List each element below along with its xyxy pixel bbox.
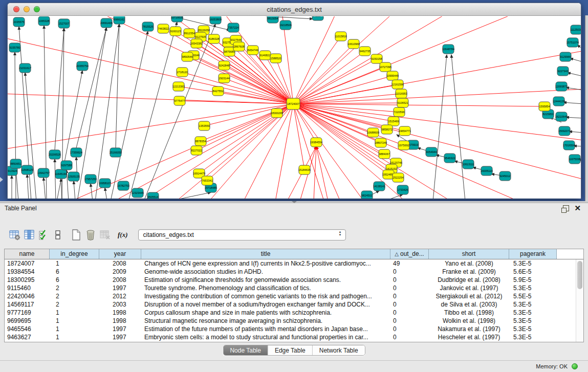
graph-node[interactable]: 9054944	[426, 147, 437, 157]
table-cell[interactable]: Changes of HCN gene expression and I(f) …	[141, 259, 390, 268]
graph-node[interactable]: 16958107	[99, 179, 111, 188]
function-builder-fx-icon[interactable]: f(x)	[118, 231, 128, 239]
table-cell[interactable]: 5.9E-5	[509, 276, 557, 284]
graph-node[interactable]: 12505135	[68, 172, 80, 181]
column-header-title[interactable]: title	[141, 249, 390, 259]
tab-node-table[interactable]: Node Table	[223, 345, 268, 355]
graph-node[interactable]: 6966162	[114, 16, 125, 24]
table-cell[interactable]: Yano et al. (2008)	[429, 259, 509, 268]
graph-node[interactable]: 8427552	[212, 86, 224, 96]
float-panel-icon[interactable]	[563, 205, 569, 211]
graph-node[interactable]: 9146821	[259, 51, 271, 60]
column-header-out_de[interactable]: △out_de...	[390, 249, 429, 259]
table-cell[interactable]: 2009	[99, 268, 141, 276]
table-cell[interactable]: 14569117	[5, 300, 50, 309]
table-cell[interactable]: 5.3E-5	[509, 300, 557, 309]
graph-node[interactable]: 7653341	[202, 176, 213, 185]
table-cell[interactable]: 5.3E-5	[509, 284, 557, 292]
graph-node[interactable]: 19218506	[279, 20, 292, 30]
table-row[interactable]: 1830029562008Estimation of significance …	[5, 276, 576, 284]
left-panel-collapse-handle[interactable]	[0, 177, 3, 182]
table-cell[interactable]: 0	[390, 309, 429, 317]
graph-node[interactable]: 1353559	[199, 121, 210, 130]
table-cell[interactable]: de Silva et al. (2003)	[429, 300, 509, 309]
table-cell[interactable]: Structural magnetic resonance image aver…	[141, 317, 390, 325]
graph-node[interactable]: 10719535	[171, 16, 183, 22]
table-cell[interactable]: Tourette syndrome. Phenomenology and cla…	[141, 284, 390, 292]
graph-node[interactable]: 2035575	[13, 17, 25, 27]
graph-node[interactable]: 9106521	[397, 98, 408, 107]
table-cell[interactable]: 5.3E-5	[509, 325, 557, 333]
table-cell[interactable]: 0	[390, 317, 429, 325]
table-cell[interactable]: 1	[50, 309, 99, 317]
graph-node[interactable]: 10688609	[367, 128, 379, 137]
vertical-scrollbar[interactable]	[576, 259, 583, 342]
table-cell[interactable]: 1998	[99, 309, 141, 317]
rows-mode-button[interactable]	[51, 229, 64, 242]
graph-node[interactable]: 20206526	[49, 150, 61, 159]
graph-node[interactable]: 1975692	[398, 141, 409, 150]
graph-node[interactable]: 9505514	[147, 192, 159, 199]
graph-node[interactable]: 10613111	[462, 160, 474, 169]
table-cell[interactable]: 6	[50, 276, 99, 284]
graph-node[interactable]: 8912354	[184, 29, 195, 38]
graph-node[interactable]: 9227343	[557, 67, 569, 76]
table-cell[interactable]: 9777169	[5, 309, 50, 317]
graph-node[interactable]: 9824502	[361, 191, 373, 199]
delete-rows-trash-button[interactable]	[84, 229, 97, 242]
tab-edge-table[interactable]: Edge Table	[268, 345, 313, 355]
graph-node[interactable]: 16210649	[555, 112, 568, 121]
graph-node[interactable]: 9242848	[219, 61, 230, 70]
table-cell[interactable]: Investigating the contribution of common…	[141, 292, 390, 300]
window-titlebar[interactable]: citations_edges.txt	[8, 3, 581, 16]
graph-node[interactable]: 11645194	[55, 169, 67, 179]
column-header-short[interactable]: short	[429, 249, 509, 259]
zoom-window-button[interactable]	[34, 6, 40, 12]
graph-node[interactable]: 7220596	[394, 107, 405, 117]
table-cell[interactable]: 22420046	[5, 292, 50, 300]
table-row[interactable]: 946362711997Embryonic stem cells: a mode…	[5, 333, 576, 341]
graph-node[interactable]: 7357224	[228, 23, 239, 32]
graph-node[interactable]: 11568129	[21, 165, 33, 174]
table-cell[interactable]: 5.3E-5	[509, 317, 557, 325]
table-cell[interactable]: Nakamura et al. (1997)	[429, 325, 509, 333]
table-row[interactable]: 911546021997Tourette syndrome. Phenomeno…	[5, 284, 576, 292]
table-cell[interactable]: 1	[50, 317, 99, 325]
graph-node[interactable]: 14138141	[373, 182, 385, 191]
table-cell[interactable]: Stergiakouli et al. (2012)	[429, 292, 509, 300]
graph-node[interactable]: 2718120	[177, 68, 188, 77]
table-cell[interactable]: 1997	[99, 325, 141, 333]
table-cell[interactable]: 9463627	[5, 333, 50, 341]
create-new-table-button[interactable]	[70, 229, 82, 242]
table-cell[interactable]: 1997	[99, 333, 141, 341]
graph-node[interactable]: 9462735	[359, 47, 371, 56]
graph-node[interactable]: 17359924	[70, 148, 82, 157]
table-cell[interactable]: 2003	[99, 300, 141, 309]
graph-node[interactable]: 9155780	[9, 43, 20, 52]
graph-node[interactable]: 10610966	[347, 39, 360, 49]
table-cell[interactable]: 0	[390, 333, 429, 341]
graph-node[interactable]: 9297588	[61, 161, 72, 170]
graph-node[interactable]: 19654771	[399, 126, 411, 136]
scrollbar-thumb[interactable]	[577, 261, 582, 289]
table-cell[interactable]: 2	[50, 284, 99, 292]
graph-node[interactable]: 20691406	[100, 18, 113, 28]
table-cell[interactable]: Embryonic stem cells: a model to study s…	[141, 333, 390, 341]
table-cell[interactable]: 0	[390, 284, 429, 292]
graph-node[interactable]: 9884067	[379, 149, 390, 159]
table-cell[interactable]: 1997	[99, 284, 141, 292]
table-cell[interactable]: 2	[50, 292, 99, 300]
table-cell[interactable]: 9465546	[5, 325, 50, 333]
table-cell[interactable]: 0	[390, 292, 429, 300]
table-row[interactable]: 1872400712008Changes of HCN gene express…	[5, 259, 576, 268]
graph-node[interactable]: 1588520	[270, 54, 281, 63]
table-cell[interactable]: Tibbo et al. (1998)	[429, 309, 509, 317]
graph-node[interactable]: 2903144	[219, 74, 230, 83]
column-header-in_degree[interactable]: in_degree	[50, 249, 99, 259]
graph-node[interactable]: 18724007	[287, 98, 300, 110]
graph-node[interactable]: 12323445	[132, 188, 144, 198]
graph-node[interactable]: 16053809	[209, 16, 222, 24]
graph-node[interactable]: 8813054	[267, 16, 278, 23]
table-selector-dropdown[interactable]: citations_edges.txt ▲▼	[138, 229, 346, 240]
graph-node[interactable]: 13942757	[37, 168, 50, 178]
